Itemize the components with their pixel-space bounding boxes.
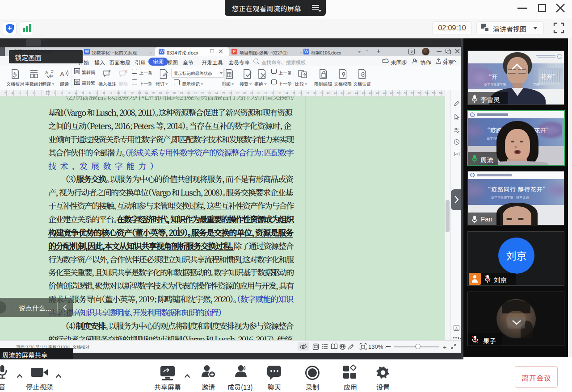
svg-text:a: a [45,70,48,75]
svg-text:a: a [13,71,16,75]
svg-text:A: A [60,70,64,78]
svg-text:中: 中 [49,74,53,79]
